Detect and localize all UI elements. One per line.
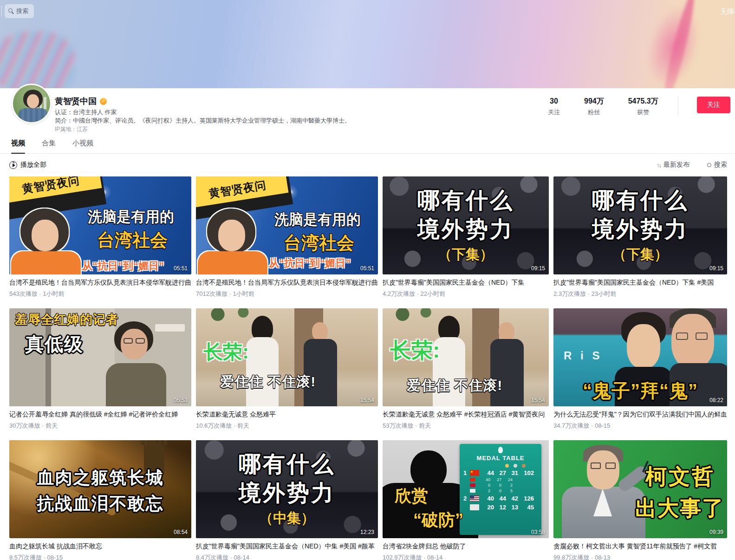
- thumb-text: 台湾社会: [270, 231, 368, 255]
- silver-medal-icon: [514, 464, 517, 468]
- banner-rainbow-decoration: [0, 32, 74, 88]
- silver-count: 27: [494, 469, 506, 476]
- sort-label: 最新发布: [663, 161, 689, 169]
- ip-location-line: IP属地：江苏: [55, 125, 88, 133]
- video-thumbnail: 血肉之躯筑长城 抗战血泪不敢忘 08:54: [9, 440, 191, 538]
- video-duration: 08:54: [174, 529, 188, 535]
- video-card[interactable]: 黄智贤夜问 洗脑是有用的 台湾社会 从“抗日”到“媚日” 05:51 台湾不是殖…: [9, 176, 191, 298]
- reporter-figure: [121, 329, 148, 359]
- video-thumbnail: 黄智贤夜问 洗脑是有用的 台湾社会 从“抗日”到“媚日” 05:51: [9, 176, 191, 274]
- thumb-text: 出大事了: [635, 494, 724, 523]
- man-figure: [312, 322, 328, 341]
- followers-label: 粉丝: [584, 108, 604, 117]
- video-duration: 05:53: [174, 397, 188, 404]
- video-stats: 102.9万次播放 · 08-14: [383, 553, 549, 560]
- thumb-text: 长荣:: [203, 339, 249, 365]
- flag-icon: [470, 504, 479, 510]
- video-duration: 05:51: [174, 265, 188, 272]
- stat-followers[interactable]: 994万 粉丝: [584, 97, 604, 117]
- accessibility-link[interactable]: 无障碍: [720, 7, 735, 16]
- rank: 2: [463, 495, 470, 502]
- video-stats: 53万次播放 · 前天: [383, 422, 549, 430]
- profile-banner: 搜索 无障碍: [0, 0, 735, 88]
- video-thumbnail: 羞辱全红婵的记者 真低级 05:53: [9, 308, 191, 406]
- stat-likes[interactable]: 5475.3万 获赞: [628, 97, 658, 117]
- video-search-button[interactable]: 搜索: [707, 161, 727, 169]
- thumb-text: 洗脑是有用的: [80, 207, 182, 227]
- thumb-decoration: [155, 324, 185, 332]
- total-count: 126: [518, 495, 534, 502]
- medal-header-icons: [463, 464, 538, 468]
- video-card[interactable]: 长荣: 爱住住 不住滚! 15:54 长荣道歉毫无诚意 众怒难平 10.6万次播…: [196, 308, 378, 430]
- video-card[interactable]: MEDAL TABLE 1 44 27 31 102 40 27 2: [383, 440, 549, 560]
- video-card[interactable]: 哪有什么 境外势力 （中集） 12:23 扒皮"世界毒瘤"美国国家民主基金会（N…: [196, 440, 378, 560]
- video-title: 扒皮"世界毒瘤"美国国家民主基金会（NED）下集: [383, 279, 549, 287]
- video-card[interactable]: 黄智贤夜问 洗脑是有用的 台湾社会 从“抗日”到“媚日” 05:51 台湾不是殖…: [196, 176, 378, 298]
- glasses-icon: [696, 332, 708, 340]
- search-placeholder: 搜索: [16, 7, 28, 15]
- video-title: 扒皮"世界毒瘤"美国国家民主基金会（NED）下集 #美国: [553, 279, 727, 287]
- followers-count: 994万: [584, 97, 604, 106]
- video-title: 记者公开羞辱全红婵 真的很低级 #全红婵 #记者评价全红婵: [9, 410, 191, 419]
- video-thumbnail: 长荣: 爱住住 不住滚! 15:54: [383, 308, 549, 406]
- verified-badge-icon: ✓: [100, 98, 107, 105]
- medal-table-panel: MEDAL TABLE 1 44 27 31 102 40 27 2: [460, 444, 541, 535]
- video-card[interactable]: R i S “鬼子”拜“鬼” 08:22 为什么无法忍受"拜鬼"？因为它们双手沾…: [553, 308, 727, 430]
- thumb-text: 境外势力: [553, 215, 727, 244]
- video-stats: 543次播放 · 1小时前: [9, 290, 191, 298]
- video-title: 台湾不是殖民地！台当局军方乐仪队竟表演日本侵华军舰进行曲: [9, 279, 191, 287]
- bronze-count: 24: [501, 477, 513, 482]
- silver-count: 12: [494, 504, 506, 511]
- video-thumbnail: R i S “鬼子”拜“鬼” 08:22: [553, 308, 727, 406]
- bronze-count: 13: [506, 504, 518, 511]
- following-count: 30: [548, 97, 560, 106]
- video-card[interactable]: 羞辱全红婵的记者 真低级 05:53 记者公开羞辱全红婵 真的很低级 #全红婵 …: [9, 308, 191, 430]
- video-grid: 黄智贤夜问 洗脑是有用的 台湾社会 从“抗日”到“媚日” 05:51 台湾不是殖…: [9, 176, 727, 560]
- video-card[interactable]: 血肉之躯筑长城 抗战血泪不敢忘 08:54 血肉之躯筑长城 抗战血泪不敢忘 8.…: [9, 440, 191, 560]
- medal-sub-row: 2 0 5: [463, 488, 538, 493]
- medal-row: 20 12 13 45: [463, 504, 538, 511]
- thumb-text: 哪有什么: [196, 449, 378, 479]
- tab-short-videos[interactable]: 小视频: [71, 138, 95, 153]
- play-all-button[interactable]: 播放全部: [9, 161, 46, 169]
- thumb-text: 境外势力: [383, 215, 549, 244]
- tab-videos[interactable]: 视频: [9, 138, 27, 153]
- profile-name-row: 黄智贤中国 ✓: [55, 96, 107, 107]
- video-thumbnail: 哪有什么 境外势力 （下集） 09:15: [553, 176, 727, 274]
- video-thumbnail: 长荣: 爱住住 不住滚! 15:54: [196, 308, 378, 406]
- man-figure: [587, 450, 619, 489]
- follow-button[interactable]: 关注: [697, 97, 730, 113]
- verification-label: 认证：: [55, 109, 73, 116]
- taipei-flag-icon: [470, 489, 475, 493]
- sort-latest-button[interactable]: ↑↓ 最新发布: [657, 161, 689, 169]
- verification-value: 台湾主持人 作家: [73, 109, 117, 116]
- video-title: 长荣道歉毫无诚意 众怒难平 #长荣桂冠酒店 #黄智贤夜问: [383, 410, 549, 419]
- thumb-text: 从“抗日”到“媚日”: [60, 259, 186, 273]
- gold-count: 40: [482, 495, 494, 502]
- video-stats: 2.3万次播放 · 23小时前: [553, 290, 727, 298]
- avatar[interactable]: [12, 84, 52, 124]
- video-thumbnail: 柯文哲 出大事了 09:39: [553, 440, 727, 538]
- olympics-logo-icon: [498, 447, 503, 453]
- video-title: 血肉之躯筑长城 抗战血泪不敢忘: [9, 542, 191, 551]
- video-duration: 08:22: [709, 397, 723, 404]
- glasses-icon: [605, 462, 616, 469]
- thumb-text: 哪有什么: [383, 186, 549, 215]
- medal-row: 1 44 27 31 102: [463, 469, 538, 476]
- video-card[interactable]: 柯文哲 出大事了 09:39 贪腐必败！柯文哲出大事 黄智贤11年前就预告了 #…: [553, 440, 727, 560]
- video-duration: 09:15: [709, 265, 723, 272]
- glasses-icon: [591, 462, 601, 469]
- likes-label: 获赞: [628, 108, 658, 117]
- tab-collections[interactable]: 合集: [40, 138, 58, 153]
- video-card[interactable]: 长荣: 爱住住 不住滚! 15:54 长荣道歉毫无诚意 众怒难平 #长荣桂冠酒店…: [383, 308, 549, 430]
- video-card[interactable]: 哪有什么 境外势力 （下集） 09:15 扒皮"世界毒瘤"美国国家民主基金会（N…: [383, 176, 549, 298]
- man-figure: [499, 322, 514, 341]
- video-toolbar: 播放全部 ↑↓ 最新发布 搜索: [9, 158, 727, 172]
- video-title: 扒皮"世界毒瘤"美国国家民主基金会（NED）中集 #美国 #颜革: [196, 542, 378, 551]
- silver-count: 0: [490, 488, 501, 493]
- stat-following[interactable]: 30 关注: [548, 97, 560, 117]
- top-search-box[interactable]: 搜索: [5, 4, 34, 18]
- silver-count: 44: [494, 495, 506, 502]
- video-card[interactable]: 哪有什么 境外势力 （下集） 09:15 扒皮"世界毒瘤"美国国家民主基金会（N…: [553, 176, 727, 298]
- thumb-text: 长荣:: [390, 336, 440, 365]
